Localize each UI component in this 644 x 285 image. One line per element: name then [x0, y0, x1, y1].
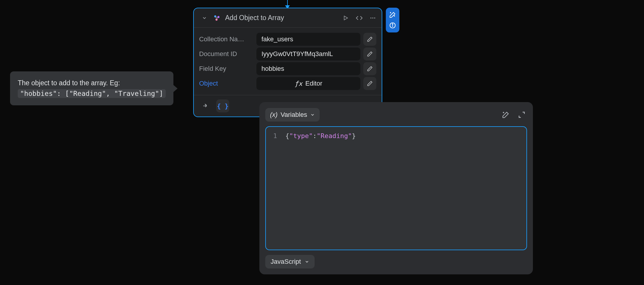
node-header: Add Object to Array	[194, 8, 382, 28]
code-editor-textarea[interactable]: 1 {"type":"Reading"}	[265, 126, 527, 250]
edit-fieldkey-button[interactable]	[363, 62, 376, 75]
svg-point-5	[372, 17, 373, 19]
document-id-input[interactable]: IyyyGw0VtT9YfMq3amlL	[256, 48, 360, 60]
code-view-button[interactable]	[354, 13, 365, 23]
integration-logo-icon	[213, 14, 221, 22]
ai-assist-button[interactable]	[500, 109, 511, 120]
fx-icon: ƒx	[295, 80, 303, 87]
line-number: 1	[272, 132, 277, 140]
editor-toolbar: (x) Variables	[265, 108, 527, 122]
node-body: Collection Na… fake_users Document ID Iy…	[194, 28, 382, 95]
svg-marker-3	[344, 16, 348, 20]
more-menu-button[interactable]	[367, 13, 378, 23]
svg-point-6	[374, 17, 375, 19]
chevron-down-icon	[310, 112, 315, 117]
field-row-document: Document ID IyyyGw0VtT9YfMq3amlL	[199, 47, 376, 61]
code-content: {"type":"Reading"}	[285, 132, 356, 140]
code-line: 1 {"type":"Reading"}	[272, 132, 521, 140]
node-panel: Add Object to Array Collection Na… fake_…	[193, 8, 382, 117]
language-dropdown[interactable]: JavaScript	[265, 255, 315, 268]
vars-prefix-icon: (x)	[270, 111, 278, 119]
node-title: Add Object to Array	[225, 14, 337, 22]
field-key-input[interactable]: hobbies	[256, 62, 360, 75]
collection-name-input[interactable]: fake_users	[256, 33, 360, 46]
object-field-tooltip: The object to add to the array. Eg: "hob…	[10, 71, 173, 105]
chevron-down-icon	[305, 259, 309, 264]
field-row-object: Object ƒx Editor	[199, 76, 376, 91]
code-editor-panel: (x) Variables 1 {"type":"Reading"} JavaS…	[259, 102, 533, 274]
field-label: Collection Na…	[199, 35, 253, 43]
json-output-button[interactable]: { }	[216, 99, 229, 112]
field-label: Object	[199, 80, 253, 87]
tooltip-text: The object to add to the array. Eg:	[18, 79, 120, 87]
run-button[interactable]	[340, 13, 351, 23]
svg-point-9	[392, 24, 393, 24]
field-row-collection: Collection Na… fake_users	[199, 32, 376, 47]
variables-dropdown[interactable]: (x) Variables	[265, 108, 320, 122]
magic-wand-icon	[388, 11, 397, 19]
field-label: Document ID	[199, 50, 253, 58]
tooltip-code: "hobbies": ["Reading", "Traveling"]	[18, 89, 166, 98]
branch-output-button[interactable]	[199, 99, 212, 112]
incoming-connector	[287, 0, 288, 8]
editor-footer: JavaScript	[265, 255, 527, 268]
object-editor-button[interactable]: ƒx Editor	[256, 77, 360, 90]
side-toggle-pill[interactable]	[386, 8, 399, 32]
expand-button[interactable]	[516, 109, 527, 120]
field-row-fieldkey: Field Key hobbies	[199, 61, 376, 76]
collapse-toggle[interactable]	[199, 13, 210, 23]
svg-point-4	[370, 17, 372, 19]
edit-collection-button[interactable]	[363, 33, 376, 46]
edit-document-button[interactable]	[363, 48, 376, 60]
field-label: Field Key	[199, 65, 253, 73]
edit-object-button[interactable]	[363, 77, 376, 90]
info-icon	[388, 21, 397, 30]
